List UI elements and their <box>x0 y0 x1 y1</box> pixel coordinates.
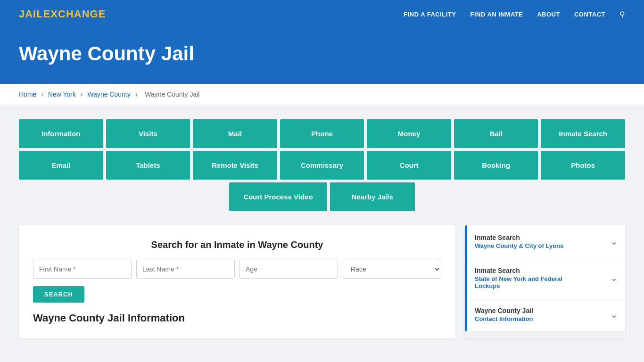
breadcrumb-new-york[interactable]: New York <box>48 90 76 98</box>
age-input[interactable] <box>239 260 338 279</box>
button-grid-row2: Email Tablets Remote Visits Commissary C… <box>19 151 625 180</box>
right-item-label-1: Inmate Search <box>475 234 563 241</box>
nav-links: FIND A FACILITY FIND AN INMATE ABOUT CON… <box>404 10 625 19</box>
breadcrumb-sep2: › <box>81 90 83 98</box>
right-item-contact-info[interactable]: Wayne County Jail Contact Information ⌄ <box>465 298 625 331</box>
nav-find-facility[interactable]: FIND A FACILITY <box>404 11 456 18</box>
main-wrapper: Information Visits Mail Phone Money Bail… <box>0 105 644 353</box>
chevron-down-icon-3: ⌄ <box>611 310 618 320</box>
btn-inmate-search[interactable]: Inmate Search <box>541 119 625 148</box>
right-item-sub-2a: State of New York and Federal <box>475 275 562 282</box>
search-icon[interactable]: ⚲ <box>619 10 625 19</box>
search-button[interactable]: SEARCH <box>33 286 84 303</box>
button-grid-row3: Court Process Video Nearby Jails <box>19 182 625 211</box>
logo[interactable]: JAILEXCHANGE <box>19 8 106 20</box>
search-form: Race White Black Hispanic Asian Other <box>33 260 441 279</box>
button-grid-row1: Information Visits Mail Phone Money Bail… <box>19 119 625 148</box>
btn-money[interactable]: Money <box>367 119 451 148</box>
breadcrumb-home[interactable]: Home <box>19 90 36 98</box>
section-title: Wayne County Jail Information <box>33 312 441 324</box>
left-panel: Search for an Inmate in Wayne County Rac… <box>19 225 455 338</box>
navbar: JAILEXCHANGE FIND A FACILITY FIND AN INM… <box>0 0 644 28</box>
first-name-input[interactable] <box>33 260 132 279</box>
breadcrumb-current: Wayne County Jail <box>145 90 199 98</box>
btn-court-process-video[interactable]: Court Process Video <box>229 182 327 211</box>
right-item-inmate-search-wayne[interactable]: Inmate Search Wayne County & City of Lyo… <box>465 225 625 258</box>
btn-commissary[interactable]: Commissary <box>280 151 364 180</box>
btn-booking[interactable]: Booking <box>454 151 538 180</box>
right-item-sub-2b: Lockups <box>475 282 562 289</box>
right-item-label-2: Inmate Search <box>475 267 562 274</box>
breadcrumb: Home › New York › Wayne County › Wayne C… <box>0 84 644 105</box>
right-item-sub-1: Wayne County & City of Lyons <box>475 242 563 249</box>
chevron-down-icon-1: ⌄ <box>611 237 618 247</box>
last-name-input[interactable] <box>136 260 235 279</box>
btn-court[interactable]: Court <box>367 151 451 180</box>
btn-mail[interactable]: Mail <box>193 119 277 148</box>
nav-contact[interactable]: CONTACT <box>574 11 605 18</box>
content-area: Search for an Inmate in Wayne County Rac… <box>19 225 625 338</box>
breadcrumb-wayne-county[interactable]: Wayne County <box>87 90 130 98</box>
search-title: Search for an Inmate in Wayne County <box>33 239 441 250</box>
btn-remote-visits[interactable]: Remote Visits <box>193 151 277 180</box>
btn-photos[interactable]: Photos <box>541 151 625 180</box>
btn-email[interactable]: Email <box>19 151 103 180</box>
breadcrumb-sep1: › <box>41 90 43 98</box>
nav-find-inmate[interactable]: FIND AN INMATE <box>470 11 523 18</box>
right-item-inmate-search-ny[interactable]: Inmate Search State of New York and Fede… <box>465 258 625 298</box>
btn-information[interactable]: Information <box>19 119 103 148</box>
hero-section: Wayne County Jail <box>0 28 644 84</box>
right-item-label-3: Wayne County Jail <box>475 307 533 314</box>
right-item-sub-3: Contact Information <box>475 315 533 322</box>
btn-nearby-jails[interactable]: Nearby Jails <box>330 182 415 211</box>
breadcrumb-sep3: › <box>135 90 138 98</box>
chevron-down-icon-2: ⌄ <box>611 273 618 283</box>
btn-tablets[interactable]: Tablets <box>106 151 190 180</box>
btn-phone[interactable]: Phone <box>280 119 364 148</box>
page-title: Wayne County Jail <box>19 42 625 65</box>
btn-visits[interactable]: Visits <box>106 119 190 148</box>
logo-highlight: EXCHANGE <box>43 8 106 20</box>
right-panel: Inmate Search Wayne County & City of Lyo… <box>465 225 625 338</box>
logo-part1: JAIL <box>19 8 43 20</box>
nav-about[interactable]: ABOUT <box>537 11 560 18</box>
race-select[interactable]: Race White Black Hispanic Asian Other <box>343 260 441 279</box>
btn-bail[interactable]: Bail <box>454 119 538 148</box>
